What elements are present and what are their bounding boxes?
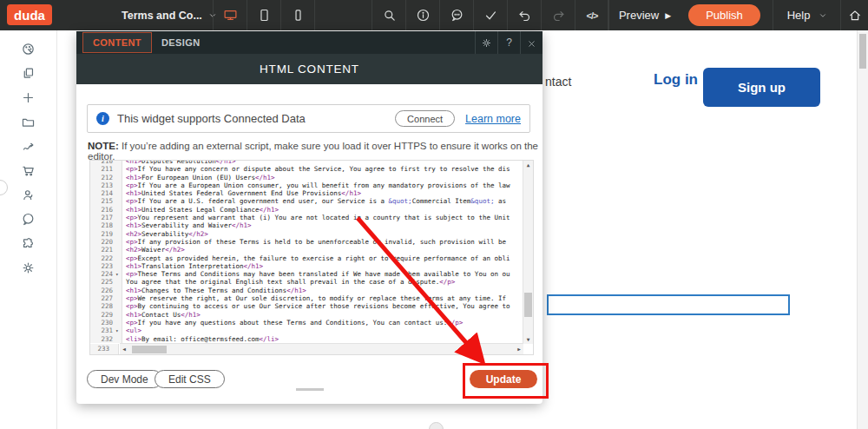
https-note: NOTE: If you’re adding an external scrip… — [88, 141, 542, 162]
fold-gutter — [115, 302, 122, 310]
device-tablet-button[interactable] — [247, 0, 280, 30]
redo-button[interactable] — [541, 0, 575, 30]
chevron-down-icon — [819, 11, 827, 20]
fold-marker-icon[interactable]: ▾ — [115, 327, 122, 334]
mobile-icon — [291, 8, 306, 23]
code-text[interactable]: <h1>United States Federal Government End… — [122, 189, 523, 197]
sidebar-item-add-element[interactable] — [20, 90, 37, 105]
undo-button[interactable] — [507, 0, 541, 30]
info-button[interactable] — [405, 0, 439, 30]
code-line: 222<p>Except as provided herein, the fai… — [90, 254, 523, 262]
dialog-close-button[interactable] — [520, 31, 542, 54]
editor-vertical-scrollbar[interactable]: ▲ ▼ — [523, 161, 533, 344]
publish-button[interactable]: Publish — [688, 4, 760, 26]
line-number: 231 — [90, 327, 115, 334]
approve-check-icon — [483, 8, 498, 23]
developer-mode-button[interactable]: </> — [575, 0, 609, 30]
code-text[interactable]: <p>You represent and warrant that (i) Yo… — [122, 214, 523, 221]
help-menu[interactable]: Help — [773, 0, 841, 30]
preview-button[interactable]: Preview ▶ — [608, 0, 681, 30]
desktop-icon — [223, 8, 238, 23]
code-text[interactable]: <h1>Translation Interpretation</h1> — [122, 262, 523, 270]
code-text[interactable]: <h1>Severability and Waiver</h1> — [122, 221, 523, 229]
html-content-dialog: CONTENT DESIGN ? HTML CONTENT i This wid… — [76, 31, 542, 404]
sidebar-item-pages[interactable] — [20, 66, 37, 81]
search-button[interactable] — [372, 0, 405, 30]
edit-css-button[interactable]: Edit CSS — [155, 370, 225, 388]
dev-mode-button[interactable]: Dev Mode — [87, 370, 162, 388]
code-text[interactable]: <p>If You are a European Union consumer,… — [122, 182, 523, 189]
code-text[interactable]: You agree that the original English text… — [122, 278, 523, 286]
code-line: 213<p>If You are a European Union consum… — [90, 182, 523, 189]
sidebar-item-store-cart[interactable] — [20, 163, 37, 178]
comments-button[interactable] — [439, 0, 473, 30]
scroll-down-arrow[interactable]: ▼ — [523, 335, 533, 344]
code-text[interactable]: <p>If You are a U.S. federal government … — [122, 197, 523, 205]
code-text[interactable]: <h1>United States Legal Compliance</h1> — [122, 206, 523, 214]
scroll-up-arrow[interactable]: ▲ — [523, 161, 533, 169]
code-text[interactable]: <h1>Changes to These Terms and Condition… — [122, 287, 523, 294]
signup-button[interactable]: Sign up — [703, 68, 820, 107]
hscroll-thumb[interactable] — [132, 346, 167, 353]
login-link[interactable]: Log in — [654, 71, 698, 89]
dialog-tabbar: CONTENT DESIGN ? — [76, 31, 542, 54]
pages-icon — [21, 66, 36, 81]
code-text[interactable]: <h1>For European Union (EU) Users</h1> — [122, 174, 523, 182]
learn-more-link[interactable]: Learn more — [465, 113, 521, 125]
device-mobile-button[interactable] — [280, 0, 315, 30]
line-number: 232 — [90, 335, 115, 343]
flows-icon — [21, 139, 36, 154]
page-selector-dropdown[interactable]: Terms and Co... — [122, 0, 217, 30]
dialog-help-button[interactable]: ? — [497, 31, 520, 54]
vscroll-thumb[interactable] — [524, 293, 532, 317]
fold-gutter — [115, 287, 122, 294]
code-editor[interactable]: 210<h1>Disputes Resolution</h1>211<p>If … — [89, 160, 534, 355]
page-scrollbar-thumb[interactable] — [859, 34, 866, 69]
code-text[interactable]: <p>Except as provided herein, the failur… — [122, 254, 523, 262]
annotation-highlight-box — [463, 363, 549, 399]
code-text[interactable]: <li>By email: office@termsfeed.com</li> — [122, 335, 523, 343]
fold-gutter — [115, 262, 122, 270]
connect-button[interactable]: Connect — [395, 110, 455, 127]
sidebar-item-settings-gear[interactable] — [20, 261, 37, 275]
fold-gutter — [115, 238, 122, 246]
scroll-right-arrow[interactable]: ▶ — [515, 344, 523, 354]
code-text[interactable]: <p>If You have any concern or dispute ab… — [122, 165, 523, 173]
sidebar-item-flows[interactable] — [20, 139, 37, 154]
code-text[interactable]: <p>If you have any questions about these… — [122, 319, 523, 327]
code-text[interactable]: <h1>Contact Us</h1> — [122, 311, 523, 319]
page-scrollbar[interactable] — [857, 30, 868, 429]
tab-design[interactable]: DESIGN — [152, 31, 210, 54]
nav-item-contact-partial[interactable]: ntact — [545, 75, 571, 89]
duda-logo[interactable]: duda — [7, 4, 52, 25]
scroll-left-arrow[interactable]: ◀ — [120, 344, 128, 354]
home-button[interactable] — [840, 0, 868, 30]
fold-marker-icon[interactable]: ▾ — [115, 270, 122, 278]
sidebar-item-apps-puzzle[interactable] — [20, 236, 37, 251]
code-text[interactable]: <p>By continuing to access or use Our Se… — [122, 302, 523, 310]
line-number: 229 — [90, 311, 115, 319]
code-text[interactable]: <p>We reserve the right, at Our sole dis… — [122, 294, 523, 302]
redo-icon — [551, 8, 566, 23]
note-text: If you’re adding an external script, mak… — [88, 141, 538, 162]
code-text[interactable]: <h2>Waiver</h2> — [122, 246, 523, 254]
code-text[interactable]: <h2>Severability</h2> — [122, 230, 523, 238]
sidebar-item-theme-palette[interactable] — [20, 42, 37, 56]
dialog-settings-button[interactable] — [475, 31, 497, 54]
code-line: 216<h1>United States Legal Compliance</h… — [90, 206, 523, 214]
sidebar-item-comments-chat[interactable] — [20, 212, 37, 227]
device-desktop-button[interactable] — [213, 0, 247, 30]
editor-horizontal-scrollbar[interactable]: ◀ ▶ — [120, 343, 523, 354]
code-text[interactable]: <p>If any provision of these Terms is he… — [122, 238, 523, 246]
code-text[interactable]: <ul> — [122, 327, 523, 334]
dialog-resize-handle[interactable] — [296, 388, 324, 391]
tab-content[interactable]: CONTENT — [82, 32, 152, 53]
line-number: 218 — [90, 221, 115, 229]
sidebar-item-members[interactable] — [20, 188, 37, 202]
code-text[interactable]: <p>These Terms and Conditions may have b… — [122, 270, 523, 278]
code-line: 214<h1>United States Federal Government … — [90, 189, 523, 197]
question-icon: ? — [506, 36, 512, 49]
fold-gutter — [115, 311, 122, 319]
approve-check-button[interactable] — [473, 0, 507, 30]
sidebar-item-content-library[interactable] — [20, 115, 37, 129]
